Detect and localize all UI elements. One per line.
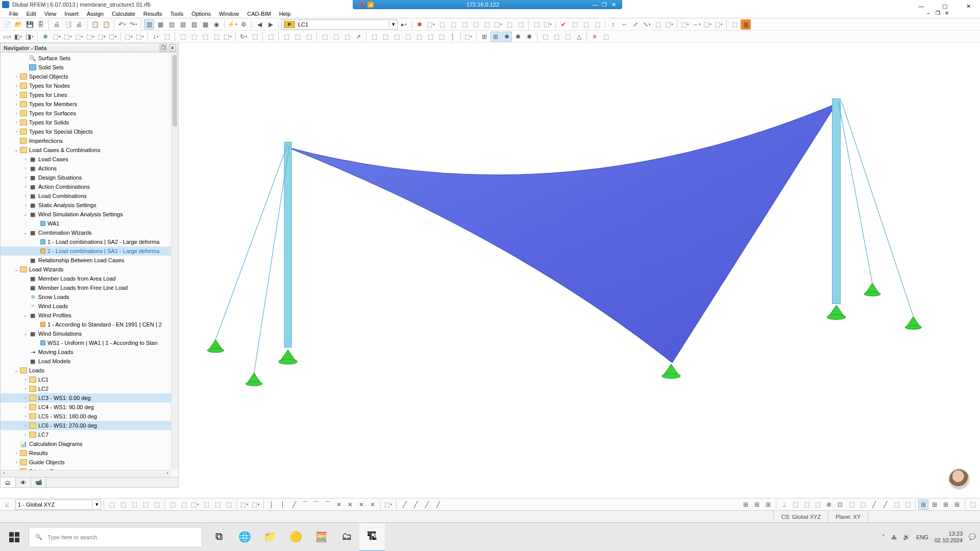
toolbar-icon[interactable]: ⊞ bbox=[491, 32, 501, 42]
toolbar-icon[interactable]: ⬚ bbox=[118, 499, 128, 510]
tree-item[interactable]: 1 - According to Standard - EN 1991 | CE… bbox=[1, 320, 171, 329]
toolbar-icon[interactable]: ⬚ bbox=[653, 19, 663, 30]
toolbar-icon[interactable]: ⬚ bbox=[531, 19, 542, 30]
navigator-undock-button[interactable]: ❐ bbox=[160, 44, 167, 52]
toolbar-icon[interactable]: ⬚ bbox=[265, 32, 276, 42]
tree-item[interactable]: LC5 - WS1: 180.00 deg bbox=[1, 412, 171, 421]
toolbar-icon[interactable]: ⬚ bbox=[790, 499, 800, 510]
model-viewport[interactable] bbox=[180, 43, 980, 498]
tree-item[interactable]: Load Cases & Combinations bbox=[1, 145, 171, 155]
toolbar-icon[interactable]: ⬚ bbox=[224, 499, 234, 510]
taskbar-search[interactable]: 🔍 Type here to search bbox=[29, 527, 202, 547]
menu-tools[interactable]: Tools bbox=[166, 10, 187, 18]
toolbar-icon[interactable]: ⊗ bbox=[824, 499, 834, 510]
toolbar-icon[interactable]: ⬚ bbox=[570, 19, 580, 30]
undo-button[interactable]: ↶ bbox=[117, 19, 127, 30]
menu-assign[interactable]: Assign bbox=[83, 10, 108, 18]
menu-view[interactable]: View bbox=[40, 10, 61, 18]
toolbar-icon[interactable]: ⬚ bbox=[664, 19, 674, 30]
toolbar-icon[interactable]: │ bbox=[266, 499, 277, 510]
toolbar-icon[interactable]: ⬚ bbox=[331, 32, 341, 42]
tree-item[interactable]: WA1 bbox=[1, 219, 171, 228]
toolbar-icon[interactable]: ⊞ bbox=[952, 499, 962, 510]
toolbar-icon[interactable]: ⬚ bbox=[436, 32, 447, 42]
maximize-button[interactable]: ▢ bbox=[933, 0, 957, 12]
remote-min-button[interactable]: — bbox=[591, 2, 600, 8]
toolbar-icon[interactable]: ⬚ bbox=[178, 32, 188, 42]
toolbar-icon[interactable]: ◧ bbox=[13, 32, 23, 42]
toolbar-icon[interactable]: ⬚ bbox=[813, 499, 823, 510]
taskbar-edge[interactable]: 🌐 bbox=[232, 523, 257, 552]
tables-toggle[interactable]: ▦ bbox=[155, 19, 165, 30]
toolbar-icon[interactable]: ⤡ bbox=[642, 19, 652, 30]
toolbar-icon[interactable]: ⬚ bbox=[729, 19, 740, 30]
tree-item[interactable]: Results bbox=[1, 448, 171, 458]
paste-button[interactable]: 📋 bbox=[101, 19, 111, 30]
tray-lang[interactable]: ENG bbox=[916, 534, 928, 540]
toolbar-icon[interactable]: │ bbox=[448, 32, 458, 42]
scroll-thumb[interactable] bbox=[173, 55, 177, 127]
navigator-tree[interactable]: 🔍Surface Sets Solid Sets Special Objects… bbox=[1, 53, 171, 470]
toolbar-icon[interactable]: ▧ bbox=[178, 19, 188, 30]
menu-window[interactable]: Window bbox=[215, 10, 243, 18]
toolbar-icon[interactable]: ⊞ bbox=[941, 499, 951, 510]
delete-button[interactable]: ✕ bbox=[590, 32, 600, 42]
toolbar-icon[interactable]: ✱ bbox=[502, 32, 512, 42]
tree-item[interactable]: ▦Wind Simulations bbox=[1, 329, 171, 338]
toolbar-icon[interactable]: ⊞ bbox=[752, 499, 762, 510]
new-button[interactable]: 📄 bbox=[2, 19, 12, 30]
print-button[interactable]: 🖨 bbox=[74, 19, 84, 30]
tree-item-selected[interactable]: 2 - Load combinations | SA1 - Large defo… bbox=[1, 246, 171, 256]
toolbar-icon[interactable]: ⬚ bbox=[504, 19, 514, 30]
toolbar-icon[interactable]: ◨ bbox=[24, 32, 35, 42]
toolbar-icon[interactable]: ↻ bbox=[238, 32, 249, 42]
toolbar-icon[interactable]: ⌒ bbox=[323, 499, 333, 510]
taskbar-chrome[interactable]: 🟡 bbox=[283, 523, 308, 552]
minimize-button[interactable]: — bbox=[910, 0, 933, 12]
remote-signal-icon[interactable]: 📶 bbox=[366, 2, 375, 8]
lc-nav-button[interactable]: ▸ bbox=[399, 19, 409, 30]
toolbar-icon[interactable]: ✱ bbox=[40, 32, 51, 42]
tree-item[interactable]: Types for Lines bbox=[1, 90, 171, 99]
toolbar-icon[interactable]: ⬚ bbox=[459, 19, 470, 30]
tree-item[interactable]: Types for Solids bbox=[1, 118, 171, 127]
print-report-button[interactable]: 📑 bbox=[63, 19, 73, 30]
toolbar-icon[interactable]: ✕ bbox=[345, 499, 355, 510]
menu-insert[interactable]: Insert bbox=[60, 10, 83, 18]
tree-item[interactable]: Types for Surfaces bbox=[1, 109, 171, 118]
toolbar-icon[interactable]: ▦ bbox=[741, 19, 751, 30]
navigator-tab-display[interactable]: 👁 bbox=[16, 478, 31, 487]
scroll-right-icon[interactable]: › bbox=[164, 470, 171, 478]
toolbar-icon[interactable]: ⬚ bbox=[968, 499, 978, 510]
assistant-avatar[interactable] bbox=[948, 468, 970, 490]
toolbar-icon[interactable]: ◉ bbox=[211, 19, 222, 30]
toolbar-icon[interactable]: ⬚ bbox=[448, 19, 458, 30]
toolbar-icon[interactable]: ⬚ bbox=[846, 499, 856, 510]
toolbar-icon[interactable]: ▩ bbox=[200, 19, 210, 30]
select-button[interactable]: ▭ bbox=[2, 32, 12, 42]
coordinate-system-selector[interactable]: 1 - Global XYZ ▾ bbox=[15, 499, 101, 510]
toolbar-icon[interactable]: ╱ bbox=[880, 499, 890, 510]
toolbar-icon[interactable]: ⬚ bbox=[52, 32, 62, 42]
tree-item[interactable]: WS1 - Uniform | WA1 | 1 - According to S… bbox=[1, 338, 171, 347]
toolbar-icon[interactable]: ⬚ bbox=[403, 32, 413, 42]
toolbar-icon[interactable]: ⬚ bbox=[680, 19, 690, 30]
tree-item[interactable]: ▦Action Combinations bbox=[1, 182, 171, 191]
toolbar-icon[interactable]: ⬚ bbox=[212, 499, 223, 510]
toolbar-icon[interactable]: ⬚ bbox=[437, 19, 447, 30]
toolbar-icon[interactable]: ✕ bbox=[356, 499, 366, 510]
toolbar-icon[interactable]: ⬚ bbox=[425, 32, 435, 42]
tray-network-icon[interactable]: 🖧 bbox=[891, 534, 897, 540]
tree-item[interactable]: ⇢Moving Loads bbox=[1, 347, 171, 357]
tree-item[interactable]: LC3 - WS1: 0.00 deg bbox=[1, 393, 171, 403]
tree-item[interactable]: Imperfections bbox=[1, 136, 171, 145]
menu-results[interactable]: Results bbox=[139, 10, 166, 18]
menu-edit[interactable]: Edit bbox=[22, 10, 40, 18]
toolbar-icon[interactable]: ╱ bbox=[869, 499, 879, 510]
toolbar-icon[interactable]: ⬚ bbox=[551, 32, 561, 42]
close-button[interactable]: ✕ bbox=[957, 0, 980, 12]
open-button[interactable]: 📂 bbox=[13, 19, 23, 30]
toolbar-icon[interactable]: ⬚ bbox=[493, 19, 503, 30]
toolbar-icon[interactable]: ⬚ bbox=[320, 32, 330, 42]
tree-item[interactable]: ▦Load Combinations bbox=[1, 191, 171, 201]
